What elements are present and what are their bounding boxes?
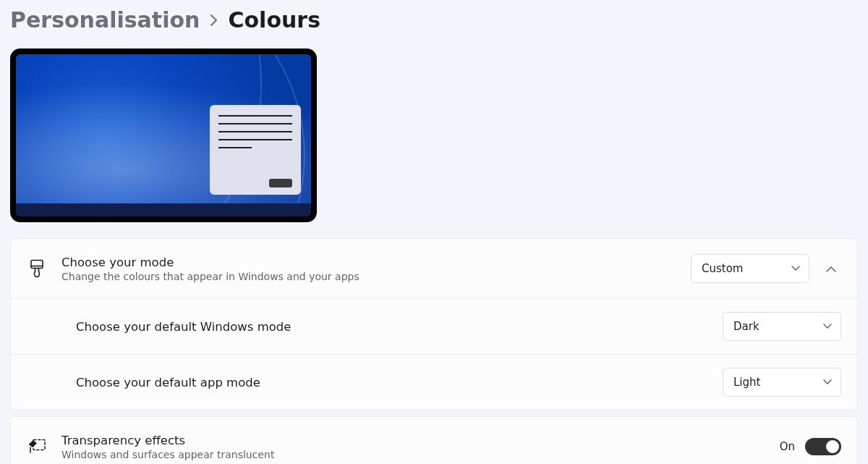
windows-mode-row: Choose your default Windows mode Dark [11,298,857,354]
chevron-up-icon [826,266,836,272]
svg-rect-0 [31,261,43,269]
choose-mode-value: Custom [702,262,743,275]
chevron-down-icon [791,266,800,271]
choose-mode-description: Change the colours that appear in Window… [61,271,676,282]
transparency-title: Transparency effects [61,434,765,447]
transparency-row: Transparency effects Windows and surface… [11,417,857,464]
app-mode-dropdown[interactable]: Light [723,368,841,397]
choose-mode-title: Choose your mode [61,256,676,269]
transparency-icon [27,439,47,455]
choose-mode-dropdown[interactable]: Custom [691,254,809,283]
transparency-card: Transparency effects Windows and surface… [10,416,858,464]
breadcrumb-parent[interactable]: Personalisation [10,7,200,33]
colour-preview-thumbnail [10,48,317,222]
chevron-right-icon [210,14,218,26]
preview-window-icon [210,105,301,195]
transparency-toggle[interactable] [805,438,841,455]
breadcrumb-current: Colours [228,7,320,33]
app-mode-title: Choose your default app mode [76,376,708,389]
chevron-down-icon [823,324,832,329]
windows-mode-dropdown[interactable]: Dark [723,312,841,341]
collapse-button[interactable] [821,258,841,279]
app-mode-value: Light [733,376,760,389]
paintbrush-icon [27,259,47,278]
transparency-state-label: On [780,440,795,453]
breadcrumb: Personalisation Colours [10,0,858,48]
windows-mode-title: Choose your default Windows mode [76,320,708,334]
transparency-description: Windows and surfaces appear translucent [61,449,765,460]
app-mode-row: Choose your default app mode Light [11,354,857,410]
choose-mode-card: Choose your mode Change the colours that… [10,238,858,410]
choose-mode-row[interactable]: Choose your mode Change the colours that… [11,239,857,298]
windows-mode-value: Dark [733,320,760,333]
chevron-down-icon [823,379,832,385]
